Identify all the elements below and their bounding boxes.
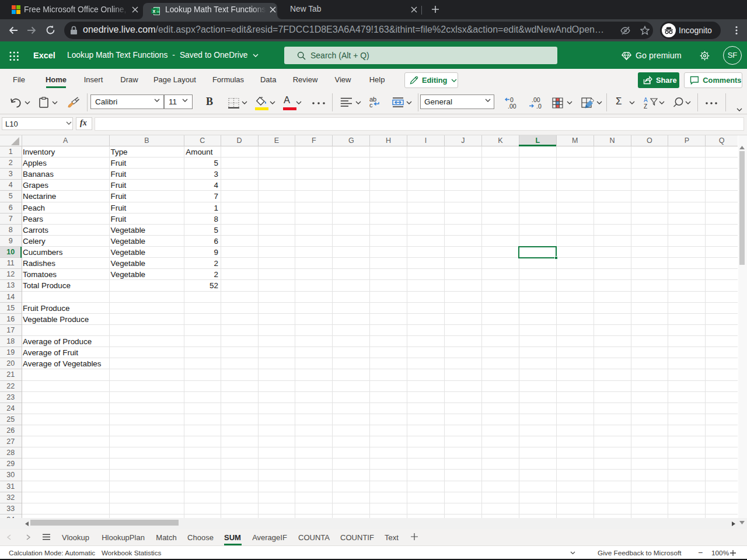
svg-text:c: c [369,102,373,108]
svg-text:x: x [152,8,155,14]
svg-text:A: A [644,97,648,103]
svg-text:Z: Z [644,103,647,108]
svg-text:.0: .0 [536,103,542,109]
svg-text:.00: .00 [508,103,516,109]
